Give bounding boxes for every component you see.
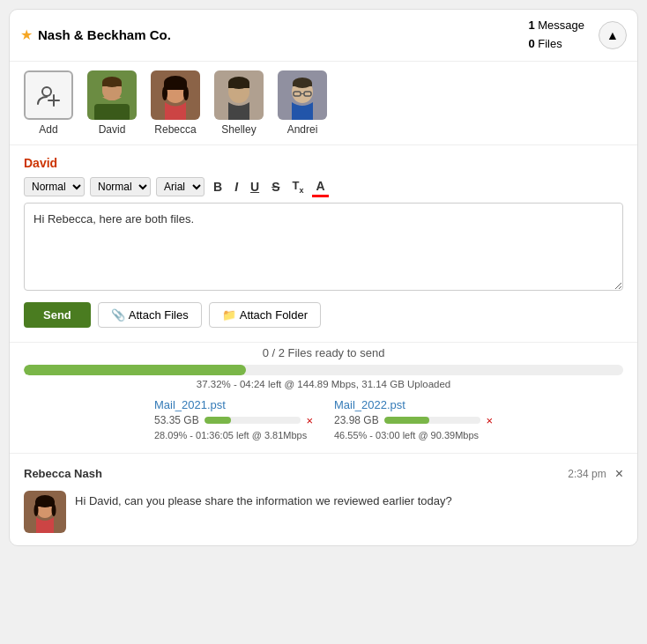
file-count-line: 0 Files bbox=[528, 35, 584, 54]
contacts-row: Add David bbox=[10, 62, 637, 145]
attach-folder-icon: 📁 bbox=[222, 308, 236, 322]
file-size-1: 23.98 GB bbox=[334, 414, 379, 426]
progress-section: 0 / 2 Files ready to send 37.32% - 04:24… bbox=[10, 343, 637, 454]
main-card: ★ Nash & Beckham Co. 1 Message 0 Files ▲ bbox=[9, 9, 638, 546]
andrei-avatar bbox=[278, 70, 327, 120]
bold-button[interactable]: B bbox=[210, 178, 226, 196]
files-label: Files bbox=[538, 37, 561, 50]
shelley-avatar bbox=[214, 70, 264, 120]
file-size-row-1: 23.98 GB × bbox=[334, 414, 493, 427]
svg-point-14 bbox=[183, 86, 189, 100]
message-header: Rebecca Nash 2:34 pm × bbox=[24, 466, 623, 482]
font-color-button[interactable]: A bbox=[312, 177, 328, 197]
attach-files-icon: 📎 bbox=[111, 308, 125, 322]
file-cancel-0[interactable]: × bbox=[306, 414, 313, 427]
message-count: 1 Message 0 Files bbox=[528, 17, 584, 54]
attach-files-label: Attach Files bbox=[129, 308, 189, 322]
company-name: Nash & Beckham Co. bbox=[38, 27, 171, 42]
header-right: 1 Message 0 Files ▲ bbox=[528, 17, 627, 54]
svg-rect-12 bbox=[164, 83, 187, 90]
andrei-label: Andrei bbox=[287, 123, 318, 136]
compose-section: David Normal Normal Arial B I U S Tx A H… bbox=[10, 145, 637, 343]
contact-shelley[interactable]: Shelley bbox=[214, 70, 264, 136]
message-number: 1 bbox=[528, 19, 534, 32]
contact-add[interactable]: Add bbox=[24, 70, 73, 136]
underline-button[interactable]: U bbox=[247, 178, 263, 196]
file-stats-0: 28.09% - 01:36:05 left @ 3.81Mbps bbox=[154, 430, 313, 440]
file-item-0: Mail_2021.pst 53.35 GB × 28.09% - 01:36:… bbox=[154, 398, 313, 440]
svg-rect-5 bbox=[94, 104, 130, 120]
files-row: Mail_2021.pst 53.35 GB × 28.09% - 01:36:… bbox=[24, 398, 623, 440]
compose-actions: Send 📎 Attach Files 📁 Attach Folder bbox=[24, 302, 623, 328]
message-sender: Rebecca Nash bbox=[24, 467, 102, 480]
file-name-0[interactable]: Mail_2021.pst bbox=[154, 398, 313, 411]
file-progress-fill-0 bbox=[205, 417, 232, 424]
shelley-label: Shelley bbox=[221, 123, 256, 136]
file-item-1: Mail_2022.pst 23.98 GB × 46.55% - 03:00 … bbox=[334, 398, 493, 440]
message-section: Rebecca Nash 2:34 pm × Hi David, can you… bbox=[10, 454, 637, 545]
file-size-0: 53.35 GB bbox=[154, 414, 199, 426]
header: ★ Nash & Beckham Co. 1 Message 0 Files ▲ bbox=[10, 10, 637, 62]
rebecca-label: Rebecca bbox=[154, 123, 196, 136]
add-avatar bbox=[24, 70, 73, 120]
compose-toolbar: Normal Normal Arial B I U S Tx A bbox=[24, 177, 623, 197]
contact-andrei[interactable]: Andrei bbox=[278, 70, 327, 136]
svg-rect-22 bbox=[293, 83, 312, 86]
svg-point-0 bbox=[42, 87, 51, 96]
attach-folder-button[interactable]: 📁 Attach Folder bbox=[209, 302, 321, 328]
contact-david[interactable]: David bbox=[87, 70, 137, 136]
message-meta: 2:34 pm × bbox=[568, 466, 623, 482]
attach-folder-label: Attach Folder bbox=[240, 308, 308, 322]
file-size-row-0: 53.35 GB × bbox=[154, 414, 313, 427]
strikethrough-button[interactable]: S bbox=[268, 178, 283, 196]
message-label-text: Message bbox=[538, 19, 584, 32]
message-close-button[interactable]: × bbox=[615, 466, 623, 482]
message-time: 2:34 pm bbox=[568, 468, 606, 480]
file-name-1[interactable]: Mail_2022.pst bbox=[334, 398, 493, 411]
file-stats-1: 46.55% - 03:00 left @ 90.39Mbps bbox=[334, 430, 493, 440]
message-body-row: Hi David, can you please share the infor… bbox=[24, 491, 623, 533]
file-cancel-1[interactable]: × bbox=[486, 414, 493, 427]
files-ready-label: 0 / 2 Files ready to send bbox=[24, 346, 623, 359]
attach-files-button[interactable]: 📎 Attach Files bbox=[98, 302, 202, 328]
font-style-select[interactable]: Normal bbox=[24, 177, 85, 196]
font-size-select[interactable]: Normal bbox=[90, 177, 151, 196]
overall-progress-fill bbox=[24, 365, 246, 375]
message-avatar bbox=[24, 491, 66, 533]
file-progress-bar-0 bbox=[205, 417, 301, 424]
david-avatar bbox=[87, 70, 137, 120]
file-number: 0 bbox=[528, 37, 534, 50]
compose-body[interactable]: Hi Rebecca, here are both files. bbox=[24, 203, 623, 291]
overall-progress-bar bbox=[24, 365, 623, 375]
font-family-select[interactable]: Arial bbox=[156, 177, 205, 196]
send-button[interactable]: Send bbox=[24, 302, 91, 328]
message-count-line: 1 Message bbox=[528, 17, 584, 35]
collapse-button[interactable]: ▲ bbox=[599, 21, 627, 49]
italic-button[interactable]: I bbox=[231, 178, 242, 196]
header-left: ★ Nash & Beckham Co. bbox=[20, 26, 171, 43]
message-body: Hi David, can you please share the infor… bbox=[75, 491, 452, 507]
file-progress-fill-1 bbox=[384, 417, 430, 424]
svg-point-13 bbox=[162, 86, 167, 100]
compose-from: David bbox=[24, 156, 623, 170]
svg-rect-29 bbox=[35, 501, 55, 507]
add-label: Add bbox=[39, 123, 57, 136]
svg-rect-18 bbox=[228, 83, 249, 88]
file-progress-bar-1 bbox=[384, 417, 481, 424]
rebecca-avatar bbox=[151, 70, 200, 120]
svg-point-31 bbox=[52, 504, 56, 516]
progress-stats: 37.32% - 04:24 left @ 144.89 Mbps, 31.14… bbox=[24, 379, 623, 389]
svg-point-30 bbox=[34, 504, 39, 516]
svg-rect-8 bbox=[102, 82, 122, 86]
star-icon[interactable]: ★ bbox=[20, 26, 33, 43]
clear-format-button[interactable]: Tx bbox=[288, 177, 307, 196]
contact-rebecca[interactable]: Rebecca bbox=[151, 70, 200, 136]
david-label: David bbox=[99, 123, 126, 136]
